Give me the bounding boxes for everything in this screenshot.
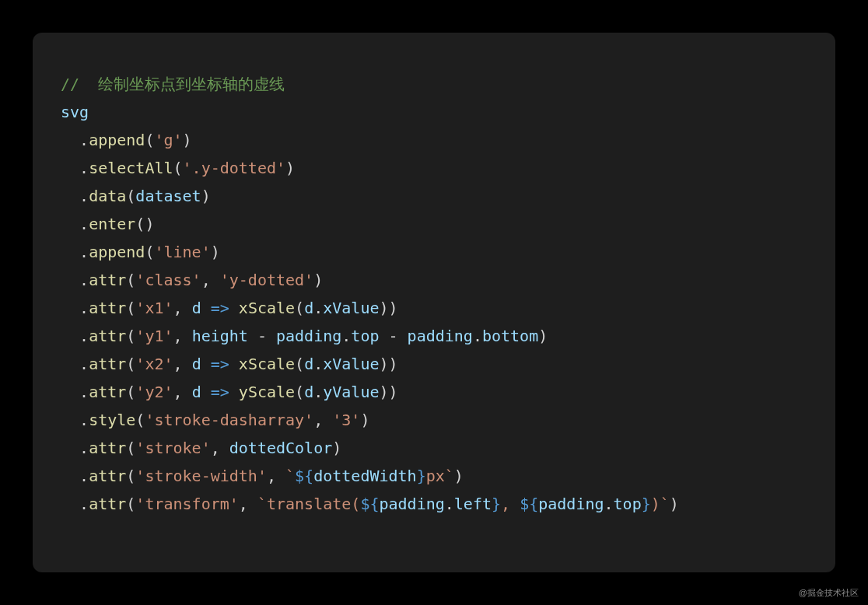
code-line: .attr('y2', d => yScale(d.yValue))	[61, 378, 807, 406]
code-line: .attr('x1', d => xScale(d.xValue))	[61, 294, 807, 322]
watermark: @掘金技术社区	[799, 587, 859, 599]
code-line: .append('line')	[61, 238, 807, 266]
code-editor-panel: // 绘制坐标点到坐标轴的虚线svg .append('g') .selectA…	[33, 33, 835, 572]
code-line: .attr('y1', height - padding.top - paddi…	[61, 322, 807, 350]
code-line: .data(dataset)	[61, 182, 807, 210]
code-line: .enter()	[61, 210, 807, 238]
code-line: .attr('transform', `translate(${padding.…	[61, 490, 807, 518]
code-line: .append('g')	[61, 126, 807, 154]
code-line: svg	[61, 98, 807, 126]
code-line: .attr('stroke-width', `${dottedWidth}px`…	[61, 462, 807, 490]
code-line-comment: // 绘制坐标点到坐标轴的虚线	[61, 70, 807, 98]
code-block: // 绘制坐标点到坐标轴的虚线svg .append('g') .selectA…	[61, 70, 807, 518]
code-line: .attr('stroke', dottedColor)	[61, 434, 807, 462]
code-line: .selectAll('.y-dotted')	[61, 154, 807, 182]
code-line: .style('stroke-dasharray', '3')	[61, 406, 807, 434]
code-line: .attr('class', 'y-dotted')	[61, 266, 807, 294]
code-line: .attr('x2', d => xScale(d.xValue))	[61, 350, 807, 378]
